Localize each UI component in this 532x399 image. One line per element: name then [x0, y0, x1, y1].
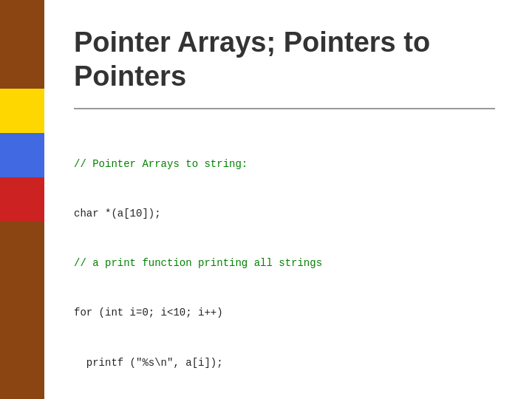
code-line-1: // Pointer Arrays to string: — [74, 156, 495, 172]
title-line2: Pointers — [74, 61, 186, 92]
accent-squares — [0, 89, 44, 222]
code-line-4: for (int i=0; i<10; i++) — [74, 304, 495, 321]
slide-title: Pointer Arrays; Pointers to Pointers — [74, 26, 495, 93]
code-line-5: printf ("%s\n", a[i]); — [74, 355, 495, 371]
left-accent-bar — [0, 0, 44, 399]
accent-red-square — [0, 177, 44, 222]
accent-yellow-square — [0, 89, 44, 133]
accent-brown-bottom — [0, 222, 44, 399]
accent-brown-top — [0, 0, 44, 89]
accent-blue-square — [0, 133, 44, 177]
code-block: // Pointer Arrays to string: char *(a[10… — [74, 123, 495, 399]
title-line1: Pointer Arrays; Pointers to — [74, 27, 430, 58]
code-line-2: char *(a[10]); — [74, 205, 495, 222]
slide: Pointer Arrays; Pointers to Pointers // … — [0, 0, 532, 399]
slide-content: Pointer Arrays; Pointers to Pointers // … — [74, 26, 495, 399]
code-line-3: // a print function printing all strings — [74, 255, 495, 271]
title-divider — [74, 108, 495, 109]
